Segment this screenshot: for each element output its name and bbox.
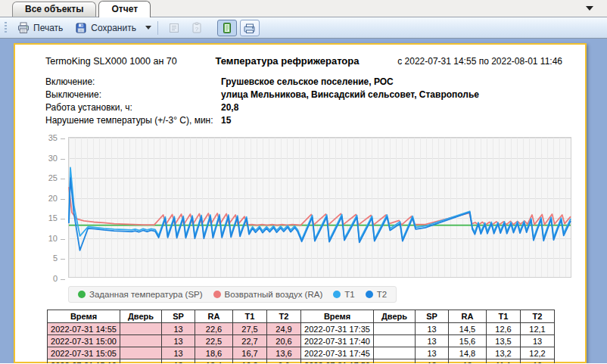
y-tick-label: 30 [35,154,58,163]
table-cell: 12,1 [521,323,555,335]
table-cell: 13,6 [267,347,301,359]
y-tick-label: 10 [35,234,58,243]
report-info: Включение: Грушевское сельское поселение… [45,76,562,126]
legend-dot-icon [78,291,86,298]
toolbar-separator [157,21,158,35]
column-header: Время [301,310,374,323]
column-header: Дверь [374,310,416,323]
table-cell: 2022-07-31 17:40 [301,335,374,347]
legend-dot-icon [366,291,373,298]
table-cell: 12,6 [487,323,521,335]
table-row: 2022-07-31 15:051318,616,713,62022-07-31… [48,347,555,359]
tab-report[interactable]: Отчет [98,1,151,17]
info-value: 15 [221,115,562,126]
y-tick-label: 15 [35,213,58,222]
column-header: RA [195,310,233,323]
table-cell: 22,7 [233,335,267,347]
table-cell [120,347,162,359]
table-cell: 12,2 [521,347,555,359]
table-cell: 13 [162,323,195,335]
y-tick-label: 35 [35,133,58,142]
column-header: T1 [233,310,267,323]
table-cell: 13,2 [487,347,521,359]
y-tick-mark [61,199,65,200]
tab-all-objects[interactable]: Все объекты [12,2,96,17]
column-header: T2 [521,310,555,323]
green-document-icon [221,22,233,34]
column-header: Время [48,310,120,323]
save-button-label: Сохранить [91,23,136,33]
table-cell: 13,4 [195,359,233,364]
table-cell: 13 [449,359,487,364]
help-button: ? [187,20,207,36]
toolbar-grip[interactable] [5,22,7,34]
y-tick-mark [61,159,65,160]
report-page: TermoKing SLX000 1000 ан 70 Температура … [14,43,587,363]
device-name: TermoKing SLX000 1000 ан 70 [45,56,177,67]
column-header: SP [162,310,195,323]
table-cell: 6,6 [267,359,301,364]
legend-dot-icon [213,291,221,298]
table-cell: 13 [416,347,449,359]
table-cell: 2022-07-31 17:45 [301,347,374,359]
table-cell: 2022-07-31 17:50 [301,359,374,364]
table-cell: 13 [416,335,449,347]
chart-series-1 [69,187,571,225]
legend-label: T1 [344,290,354,299]
tab-list-dropdown-icon[interactable] [586,6,593,11]
table-cell: 13 [416,359,449,364]
svg-text:?: ? [195,25,199,32]
table-cell: 2022-07-31 14:55 [48,323,120,335]
table-cell: 13,5 [487,335,521,347]
info-label: Нарушение температуры (+/-3° C), мин: [45,115,221,126]
printer-icon [17,22,30,34]
info-value: Грушевское сельское поселение, РОС [221,76,562,87]
table-cell: 13 [162,335,195,347]
table-cell: 2022-07-31 15:10 [48,359,120,364]
save-button[interactable]: Сохранить [70,20,141,36]
column-header: T1 [487,310,521,323]
table-cell: 13 [162,347,195,359]
table-cell: 11,1 [487,359,521,364]
y-tick-label: 5 [35,254,58,263]
table-cell: 22,6 [195,323,233,335]
chart-series-3 [69,178,571,250]
info-value: 20,8 [221,102,562,113]
tab-strip: Все объекты Отчет [0,0,607,17]
print-button[interactable]: Печать [13,20,67,36]
table-cell: 15,6 [449,335,487,347]
table-cell: 13 [162,359,195,364]
legend-item: Заданная температура (SP) [78,290,203,299]
floppy-icon [75,22,87,34]
table-cell [374,359,416,364]
table-cell: 27,5 [233,323,267,335]
y-tick-mark [61,279,65,280]
details-icon [168,22,180,34]
legend-item: Возвратный воздух (RA) [213,290,323,299]
column-header: RA [449,310,487,323]
table-cell: 16,7 [233,347,267,359]
table-row: 2022-07-31 15:001322,522,720,62022-07-31… [48,335,555,347]
table-body: 2022-07-31 14:551322,627,524,92022-07-31… [48,323,555,364]
table-cell: 2022-07-31 15:05 [48,347,120,359]
info-label: Выключение: [45,89,221,100]
table-cell: 20,6 [267,335,301,347]
y-tick-label: 20 [35,194,58,203]
chart-lines [69,138,571,277]
legend-item: T1 [333,290,354,299]
y-tick-mark [61,219,65,219]
table-header-row: ВремяДверьSPRAT1T2ВремяДверьSPRAT1T2 [48,310,555,323]
table-cell: 14,8 [449,347,487,359]
table-row: 2022-07-31 14:551322,627,524,92022-07-31… [48,323,555,335]
table-cell: 10,3 [233,359,267,364]
pages-view-button[interactable] [240,20,260,36]
save-dropdown-icon[interactable] [145,26,151,30]
table-cell: 2022-07-31 17:35 [301,323,374,335]
table-cell: 14,5 [449,323,487,335]
report-view-button[interactable] [217,20,237,36]
table-cell: 2022-07-31 15:00 [48,335,120,347]
y-tick-mark [61,259,65,260]
chart-y-axis: 05101520253035 [15,137,67,278]
question-icon: ? [191,22,203,34]
legend-item: T2 [366,290,387,299]
